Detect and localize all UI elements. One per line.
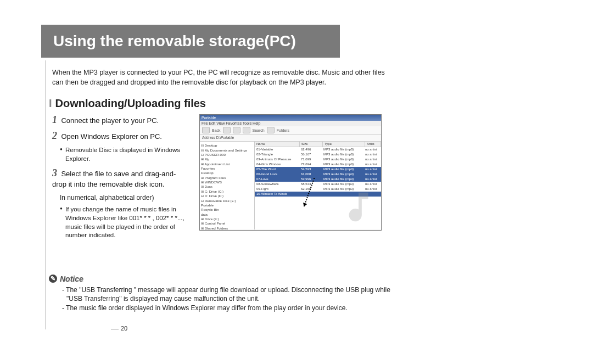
manual-page: Using the removable storage(PC) When the… xyxy=(41,25,552,313)
tree-item: ⊞ Control Panel xyxy=(201,221,253,226)
intro-text: When the MP3 player is connected to your… xyxy=(52,68,393,87)
step-text: Open Windows Explorer on PC. xyxy=(61,132,162,141)
step-2-bullet: Removable Disc is displayed in Windows E… xyxy=(60,146,189,163)
address-value: D:\Portable xyxy=(216,136,234,139)
tree-item: ⊞ Docs xyxy=(201,184,253,189)
folder-tree: ⊟ Desktop ⊟ My Documents and Settings ⊟ … xyxy=(200,142,255,229)
up-button-icon xyxy=(233,127,240,133)
heading-bar-icon: I xyxy=(49,97,52,110)
tree-item: ⊞ Drive (F:) xyxy=(201,217,253,221)
step-number: 3 xyxy=(52,167,57,178)
section-heading-text: Downloading/Uploading files xyxy=(55,97,206,110)
step-3-bullet: If you change the name of music files in… xyxy=(60,205,189,239)
file-row: 01-Variable62,496MP3 audio file (mp3)no … xyxy=(255,147,381,152)
column-headers: Name Size Type Artist xyxy=(255,142,381,147)
file-row: 08-Somewhere58,544MP3 audio file (mp3)no… xyxy=(255,182,381,187)
file-row: 07-Love53,996MP3 audio file (mp3)no arti… xyxy=(255,177,381,182)
section-heading: I Downloading/Uploading files xyxy=(49,97,552,110)
tree-item: ⊟ Desktop xyxy=(201,143,253,148)
tree-item: ⊟ Removable Disk (E:) xyxy=(201,199,253,203)
tree-item: data xyxy=(201,212,253,217)
step-3: 3 Select the file to save and drag-and-d… xyxy=(52,167,189,189)
col-artist: Artist xyxy=(365,142,381,147)
page-number: 20 xyxy=(111,325,127,332)
step-2: 2 Open Windows Explorer on PC. xyxy=(52,130,189,142)
tree-item: Recycle Bin xyxy=(201,208,253,212)
tree-item: ⊞ C: Drive (C:) xyxy=(201,189,253,194)
forward-button-icon xyxy=(223,127,231,133)
tree-item: ⊞ Appointment List xyxy=(201,162,253,166)
step-1: 1 Connect the player to your PC. xyxy=(52,114,189,126)
explorer-screenshot: Portable File Edit View Favorites Tools … xyxy=(199,114,382,231)
back-label: Back xyxy=(212,128,221,132)
notice-label: Notice xyxy=(60,275,83,283)
notice-item: - The music file order displayed in Wind… xyxy=(62,304,390,313)
tree-item: ⊟ D: Drive (D:) xyxy=(201,194,253,198)
col-type: Type xyxy=(323,142,365,147)
file-row: 02-Triangle56,167MP3 audio file (mp3)no … xyxy=(255,152,381,157)
back-button-icon xyxy=(202,127,210,133)
address-bar: Address D:\Portable xyxy=(200,135,381,142)
step-number: 1 xyxy=(52,114,57,125)
step-3-sub: In numerical, alphabetical order) xyxy=(60,193,189,202)
address-label: Address xyxy=(202,136,215,139)
col-name: Name xyxy=(255,142,300,147)
col-size: Size xyxy=(300,142,323,147)
folders-label: Folders xyxy=(277,128,289,132)
tree-item: ⊞ Program Files xyxy=(201,176,253,180)
search-label: Search xyxy=(253,128,265,132)
file-row: 04-Girls Window73,694MP3 audio file (mp3… xyxy=(255,162,381,167)
notice-section: ✎ Notice - The "USB Transferring " messa… xyxy=(49,275,552,313)
folders-button-icon xyxy=(267,127,275,133)
tree-item: Portable xyxy=(201,203,253,208)
tree-item: ⊞ My xyxy=(201,157,253,161)
file-row: 06-Good Love61,008MP3 audio file (mp3)no… xyxy=(255,172,381,177)
tree-item: ⊞ WINDOWS xyxy=(201,180,253,184)
window-titlebar: Portable xyxy=(200,115,381,121)
toolbar: Back Search Folders xyxy=(200,126,381,135)
file-row: 05-The Word54,593MP3 audio file (mp3)no … xyxy=(255,167,381,172)
music-note-icon xyxy=(339,188,378,226)
tree-item: Favorites xyxy=(201,166,253,171)
notice-item: - The "USB Transferring " message will a… xyxy=(62,285,390,304)
tree-item: ⊟ My Documents and Settings xyxy=(201,148,253,153)
file-list: Name Size Type Artist 01-Variable62,496M… xyxy=(255,142,381,229)
steps-column: 1 Connect the player to your PC. 2 Open … xyxy=(52,114,189,244)
menu-bar: File Edit View Favorites Tools Help xyxy=(200,121,381,126)
page-title: Using the removable storage(PC) xyxy=(41,25,340,58)
search-button-icon xyxy=(243,127,250,133)
tree-item: ⊟ PCUSER-000 xyxy=(201,153,253,157)
step-text: Connect the player to your PC. xyxy=(61,116,159,125)
notice-icon: ✎ xyxy=(49,275,57,283)
tree-item: ⊞ Shared Folders xyxy=(201,226,253,231)
step-number: 2 xyxy=(52,130,57,141)
tree-item: Desktop xyxy=(201,171,253,175)
file-row: 03-Animals Of Pleasure71,699MP3 audio fi… xyxy=(255,157,381,162)
step-text: Select the file to save and drag-and-dro… xyxy=(52,170,176,188)
